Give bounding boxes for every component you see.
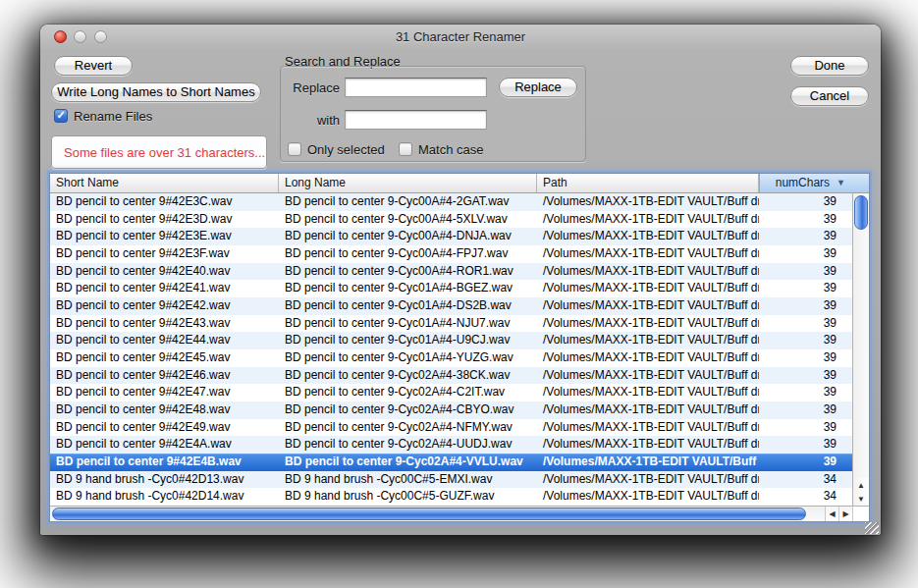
scroll-left-button[interactable]: ◀ bbox=[825, 507, 838, 521]
table-row[interactable]: BD pencil to center 9#42E43.wav BD penci… bbox=[50, 315, 852, 333]
table-row[interactable]: BD pencil to center 9#42E44.wav BD penci… bbox=[50, 332, 852, 349]
table-header: Short Name Long Name Path numChars ▼ bbox=[50, 174, 869, 193]
cell-numchars: 39 bbox=[759, 245, 852, 263]
cell-numchars: 39 bbox=[759, 401, 852, 419]
cell-path: /Volumes/MAXX-1TB-EDIT VAULT/Buff drum .… bbox=[537, 384, 759, 401]
cell-path: /Volumes/MAXX-1TB-EDIT VAULT/Buff drum .… bbox=[537, 367, 759, 385]
cell-long-name: BD pencil to center 9-Cyc01A#4-DS2B.wav bbox=[279, 297, 537, 315]
cell-short-name: BD pencil to center 9#42E43.wav bbox=[50, 315, 279, 333]
done-button[interactable]: Done bbox=[790, 56, 869, 76]
cell-numchars: 39 bbox=[759, 315, 852, 333]
cell-long-name: BD pencil to center 9-Cyc00A#4-DNJA.wav bbox=[279, 228, 537, 245]
horizontal-scroll-thumb[interactable] bbox=[52, 508, 806, 520]
vertical-scroll-thumb[interactable] bbox=[854, 195, 868, 230]
warning-message-box: Some files are over 31 characters... bbox=[51, 135, 267, 169]
scroll-right-button[interactable]: ▶ bbox=[838, 507, 852, 521]
table-row[interactable]: BD pencil to center 9#42E42.wav BD penci… bbox=[50, 297, 852, 315]
resize-grip-icon[interactable] bbox=[865, 522, 879, 534]
cell-path: /Volumes/MAXX-1TB-EDIT VAULT/Buff drum .… bbox=[537, 211, 759, 229]
table-row[interactable]: BD pencil to center 9#42E45.wav BD penci… bbox=[50, 349, 852, 367]
table-row[interactable]: BD pencil to center 9#42E3C.wav BD penci… bbox=[50, 193, 852, 211]
table-body: BD pencil to center 9#42E3C.wav BD penci… bbox=[50, 193, 852, 506]
checkbox-box: ✓ bbox=[399, 142, 412, 156]
cell-numchars: 39 bbox=[759, 367, 852, 385]
cell-long-name: BD 9 hand brush -Cyc00C#5-EMXI.wav bbox=[279, 471, 537, 489]
replace-button[interactable]: Replace bbox=[499, 78, 577, 97]
checkmark-icon: ✓ bbox=[56, 110, 65, 121]
cell-long-name: BD pencil to center 9-Cyc01A#4-YUZG.wav bbox=[279, 349, 537, 367]
cell-path: /Volumes/MAXX-1TB-EDIT VAULT/Buff drum .… bbox=[537, 297, 759, 315]
cell-long-name: BD pencil to center 9-Cyc01A#4-BGEZ.wav bbox=[279, 280, 537, 297]
cell-short-name: BD pencil to center 9#42E49.wav bbox=[50, 419, 279, 437]
table-row[interactable]: BD pencil to center 9#42E3E.wav BD penci… bbox=[50, 228, 852, 245]
cell-numchars: 34 bbox=[759, 488, 852, 506]
cell-path: /Volumes/MAXX-1TB-EDIT VAULT/Buff drum .… bbox=[537, 419, 759, 437]
table-row[interactable]: BD pencil to center 9#42E3D.wav BD penci… bbox=[50, 211, 852, 229]
table-row[interactable]: BD pencil to center 9#42E46.wav BD penci… bbox=[50, 367, 852, 385]
cell-numchars: 34 bbox=[759, 471, 852, 489]
title-bar[interactable]: 31 Character Renamer bbox=[40, 25, 881, 50]
cell-numchars: 39 bbox=[759, 280, 852, 297]
only-selected-checkbox[interactable]: ✓ Only selected bbox=[288, 141, 385, 157]
vertical-scroll-track[interactable] bbox=[853, 193, 869, 478]
cell-numchars: 39 bbox=[759, 384, 852, 401]
table-row[interactable]: BD pencil to center 9#42E3F.wav BD penci… bbox=[50, 245, 852, 263]
replace-input[interactable] bbox=[345, 78, 487, 97]
cell-path: /Volumes/MAXX-1TB-EDIT VAULT/Buff drum .… bbox=[537, 349, 759, 367]
column-header-long-name[interactable]: Long Name bbox=[279, 174, 537, 192]
scroll-left-icon: ◀ bbox=[829, 509, 835, 518]
table-row[interactable]: BD pencil to center 9#42E40.wav BD penci… bbox=[50, 263, 852, 281]
cell-short-name: BD pencil to center 9#42E47.wav bbox=[50, 384, 279, 401]
file-table: Short Name Long Name Path numChars ▼ BD … bbox=[49, 173, 870, 522]
cell-numchars: 39 bbox=[759, 263, 852, 281]
checkbox-box: ✓ bbox=[288, 142, 301, 156]
table-row[interactable]: BD pencil to center 9#42E4A.wav BD penci… bbox=[50, 436, 852, 454]
table-row[interactable]: BD pencil to center 9#42E48.wav BD penci… bbox=[50, 401, 852, 419]
cell-short-name: BD pencil to center 9#42E4B.wav bbox=[50, 454, 279, 471]
cell-long-name: BD pencil to center 9-Cyc00A#4-5XLV.wav bbox=[279, 211, 537, 229]
cancel-button[interactable]: Cancel bbox=[790, 86, 869, 106]
replace-label: Replace bbox=[283, 80, 340, 95]
scroll-down-button[interactable]: ▼ bbox=[853, 492, 869, 506]
column-header-short-name[interactable]: Short Name bbox=[50, 174, 279, 192]
cell-short-name: BD pencil to center 9#42E45.wav bbox=[50, 349, 279, 367]
vertical-scrollbar[interactable]: ▲ ▼ bbox=[852, 193, 869, 506]
column-header-numchars[interactable]: numChars ▼ bbox=[759, 174, 869, 192]
horizontal-scrollbar[interactable]: ◀ ▶ bbox=[50, 506, 869, 521]
cell-path: /Volumes/MAXX-1TB-EDIT VAULT/Buff drum .… bbox=[537, 245, 759, 263]
cell-short-name: BD pencil to center 9#42E3C.wav bbox=[50, 193, 279, 211]
table-row[interactable]: BD 9 hand brush -Cyc0#42D13.wav BD 9 han… bbox=[50, 471, 852, 489]
table-row[interactable]: BD 9 hand brush -Cyc0#42D14.wav BD 9 han… bbox=[50, 488, 852, 506]
table-row[interactable]: BD pencil to center 9#42E49.wav BD penci… bbox=[50, 419, 852, 437]
cell-long-name: BD pencil to center 9-Cyc02A#4-NFMY.wav bbox=[279, 419, 537, 437]
table-row[interactable]: BD pencil to center 9#42E41.wav BD penci… bbox=[50, 280, 852, 297]
match-case-checkbox[interactable]: ✓ Match case bbox=[399, 141, 483, 157]
search-replace-group: Replace Replace with ✓ Only selected ✓ M… bbox=[280, 66, 586, 162]
with-input[interactable] bbox=[345, 110, 487, 130]
scrollbar-corner bbox=[852, 507, 869, 521]
cell-short-name: BD pencil to center 9#42E4A.wav bbox=[50, 436, 279, 454]
write-long-names-button[interactable]: Write Long Names to Short Names bbox=[51, 82, 261, 102]
warning-text: Some files are over 31 characters... bbox=[64, 145, 265, 160]
sort-descending-icon: ▼ bbox=[837, 174, 845, 192]
cell-long-name: BD pencil to center 9-Cyc02A#4-CBYO.wav bbox=[279, 401, 537, 419]
revert-button[interactable]: Revert bbox=[54, 56, 133, 76]
cell-path: /Volumes/MAXX-1TB-EDIT VAULT/Buff drum .… bbox=[537, 228, 759, 245]
table-row[interactable]: BD pencil to center 9#42E47.wav BD penci… bbox=[50, 384, 852, 401]
rename-files-checkbox[interactable]: ✓ Rename Files bbox=[54, 108, 152, 124]
cell-short-name: BD pencil to center 9#42E46.wav bbox=[50, 367, 279, 385]
cell-short-name: BD pencil to center 9#42E41.wav bbox=[50, 280, 279, 297]
cell-numchars: 39 bbox=[759, 332, 852, 349]
cell-short-name: BD pencil to center 9#42E3E.wav bbox=[50, 228, 279, 245]
table-row[interactable]: BD pencil to center 9#42E4B.wav BD penci… bbox=[50, 454, 852, 471]
cell-short-name: BD pencil to center 9#42E3F.wav bbox=[50, 245, 279, 263]
horizontal-scroll-track[interactable] bbox=[50, 507, 825, 521]
cell-numchars: 39 bbox=[759, 419, 852, 437]
scroll-up-button[interactable]: ▲ bbox=[853, 478, 869, 492]
scroll-right-icon: ▶ bbox=[842, 509, 848, 518]
cell-path: /Volumes/MAXX-1TB-EDIT VAULT/Buff drum .… bbox=[537, 401, 759, 419]
column-header-path[interactable]: Path bbox=[537, 174, 759, 192]
cell-short-name: BD 9 hand brush -Cyc0#42D13.wav bbox=[50, 471, 279, 489]
cell-path: /Volumes/MAXX-1TB-EDIT VAULT/Buff dr... bbox=[537, 454, 759, 471]
cell-short-name: BD pencil to center 9#42E44.wav bbox=[50, 332, 279, 349]
